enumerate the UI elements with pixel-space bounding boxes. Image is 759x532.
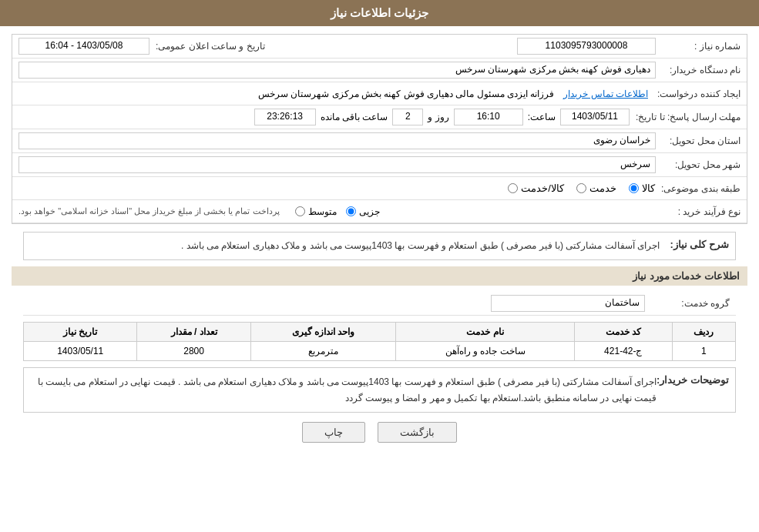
description-section: شرح کلی نیاز: اجرای آسفالت مشارکتی (با ف… (23, 232, 736, 260)
info-section: شماره نیاز : 1103095793000008 تاریخ و سا… (12, 34, 747, 224)
need-number-label: شماره نیاز : (656, 41, 741, 52)
category-radio-khedmat[interactable] (576, 183, 586, 193)
province-label: استان محل تحویل: (656, 136, 741, 146)
reply-days-value: 2 (392, 109, 423, 125)
row-need-number: شماره نیاز : 1103095793000008 تاریخ و سا… (12, 35, 747, 59)
row-reply-deadline: مهلت ارسال پاسخ: تا تاریخ: 1403/05/11 سا… (12, 105, 747, 129)
purchase-label-partial: جزیی (359, 206, 380, 217)
row-province: استان محل تحویل: خراسان رضوی (12, 129, 747, 153)
row-category: طبقه بندی موضوعی: کالا/خدمت خدمت کالا (12, 177, 747, 200)
purchase-options: پرداخت تمام یا بخشی از مبلغ خریداز محل "… (18, 206, 656, 217)
description-label: شرح کلی نیاز: (660, 239, 729, 250)
service-table: ردیف کد خدمت نام خدمت واحد اندازه گیری ت… (23, 322, 736, 361)
purchase-option-partial[interactable]: جزیی (346, 206, 380, 217)
col-name: نام خدمت (396, 323, 574, 342)
row-city: شهر محل تحویل: سرخس (12, 153, 747, 177)
requester-label: نام دستگاه خریدار: (656, 65, 741, 75)
col-qty: تعداد / مقدار (137, 323, 250, 342)
description-content: اجرای آسفالت مشارکتی (با فیر مصرفی ) طبق… (30, 239, 660, 253)
row-requester: نام دستگاه خریدار: دهیاری فوش کهنه بخش م… (12, 59, 747, 82)
col-rownum: ردیف (672, 323, 735, 342)
buyer-notes-label: توضیحات خریدار: (657, 374, 729, 386)
city-value: سرخس (18, 156, 656, 173)
reply-date-value: 1403/05/11 (560, 109, 630, 125)
requester-value: دهیاری فوش کهنه بخش مرکزی شهرستان سرخس (18, 62, 656, 79)
back-button[interactable]: بازگشت (378, 422, 457, 443)
buttons-row: بازگشت چاپ (12, 422, 747, 443)
purchase-radio-partial[interactable] (346, 206, 356, 216)
table-row: 1ج-42-421ساخت جاده و راه‌آهنمترمربع28001… (24, 342, 736, 361)
remaining-value: 23:26:13 (254, 109, 316, 125)
category-radio-group: کالا/خدمت خدمت کالا (508, 182, 655, 194)
group-service-row: گروه خدمت: ساختمان (23, 292, 736, 316)
reply-deadline-label: مهلت ارسال پاسخ: تا تاریخ: (630, 112, 741, 122)
contact-link[interactable]: اطلاعات تماس خریدار (563, 89, 648, 99)
creator-label: ایجاد کننده درخواست: (651, 89, 741, 99)
reply-days-label: روز و (428, 112, 448, 122)
col-unit: واحد اندازه گیری (250, 323, 396, 342)
page-header: جزئیات اطلاعات نیاز (0, 0, 759, 26)
category-label-kala: کالا (642, 182, 655, 194)
category-option-kala[interactable]: کالا (629, 182, 655, 194)
page-title: جزئیات اطلاعات نیاز (331, 6, 428, 19)
category-option-khedmat[interactable]: خدمت (576, 182, 616, 194)
group-service-value: ساختمان (491, 295, 645, 312)
row-purchase-type: نوع فرآیند خرید : پرداخت تمام یا بخشی از… (12, 200, 747, 223)
col-code: کد خدمت (574, 323, 672, 342)
category-label: طبقه بندی موضوعی: (655, 183, 741, 194)
announce-date-value: 1403/05/08 - 16:04 (18, 38, 149, 55)
buyer-notes-content: اجرای آسفالت مشارکتی (با فیر مصرفی ) طبق… (30, 374, 657, 406)
service-section-title: اطلاعات خدمات مورد نیاز (12, 266, 747, 286)
category-label-khedmat: خدمت (589, 182, 616, 194)
service-section: گروه خدمت: ساختمان ردیف کد خدمت نام خدمت… (23, 292, 736, 361)
creator-value: فرزانه ایزدی مسئول مالی دهیاری فوش کهنه … (18, 87, 557, 101)
purchase-option-medium[interactable]: متوسط (295, 206, 337, 217)
reply-time-label: ساعت: (528, 112, 556, 122)
purchase-type-label: نوع فرآیند خرید : (656, 206, 741, 217)
group-service-label: گروه خدمت: (645, 298, 730, 309)
purchase-radio-medium[interactable] (295, 206, 305, 216)
table-header-row: ردیف کد خدمت نام خدمت واحد اندازه گیری ت… (24, 323, 736, 342)
remaining-label: ساعت باقی مانده (321, 112, 388, 122)
reply-time-value: 16:10 (454, 109, 523, 125)
category-radio-kala[interactable] (629, 183, 639, 193)
buyer-notes-section: توضیحات خریدار: اجرای آسفالت مشارکتی (با… (23, 367, 736, 413)
city-label: شهر محل تحویل: (656, 159, 741, 170)
announce-date-label: تاریخ و ساعت اعلان عمومی: (149, 41, 265, 52)
category-option-kala-khedmat[interactable]: کالا/خدمت (508, 182, 564, 194)
print-button[interactable]: چاپ (302, 422, 365, 443)
purchase-label-medium: متوسط (308, 206, 337, 217)
row-creator: ایجاد کننده درخواست: اطلاعات تماس خریدار… (12, 82, 747, 105)
province-value: خراسان رضوی (18, 132, 656, 149)
category-label-kala-khedmat: کالا/خدمت (521, 182, 564, 194)
category-radio-kala-khedmat[interactable] (508, 183, 518, 193)
main-content: شماره نیاز : 1103095793000008 تاریخ و سا… (0, 26, 759, 458)
need-number-value: 1103095793000008 (517, 38, 656, 55)
page-wrapper: جزئیات اطلاعات نیاز شماره نیاز : 1103095… (0, 0, 759, 532)
col-date: تاریخ نیاز (24, 323, 137, 342)
purchase-note: پرداخت تمام یا بخشی از مبلغ خریداز محل "… (18, 206, 280, 216)
